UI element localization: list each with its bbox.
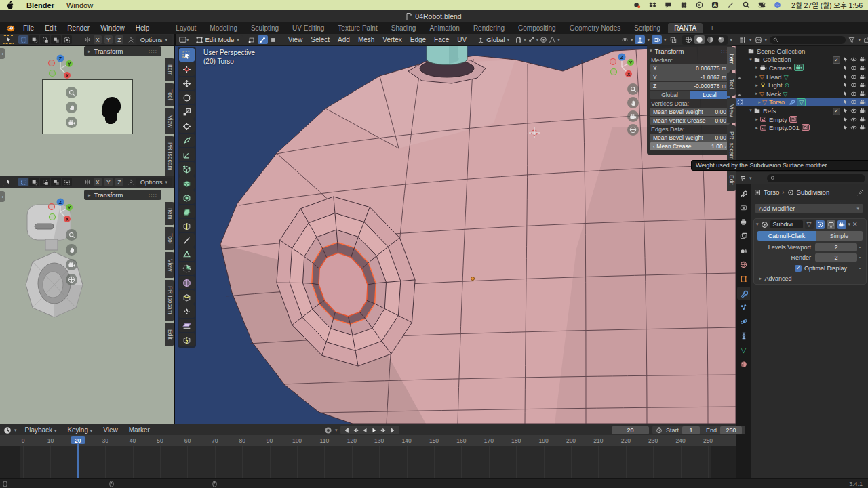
panel-title[interactable]: Transform — [655, 47, 684, 55]
transform-panel-collapsed[interactable]: ▸ Transform :::: — [84, 190, 161, 200]
advanced-label[interactable]: Advanced — [765, 275, 792, 282]
mirror-x-toggle[interactable]: X — [94, 35, 102, 44]
zoom-button[interactable] — [627, 83, 639, 95]
tool-tweak-select[interactable] — [179, 48, 195, 62]
dropbox-icon[interactable] — [648, 1, 656, 9]
tool-shear[interactable] — [179, 319, 195, 332]
modifier-extras-icon[interactable]: ▾ — [848, 222, 851, 227]
chevron-down-icon[interactable]: ▾ — [335, 428, 338, 433]
drag-handle-icon[interactable]: :::: — [149, 48, 157, 54]
tool-move[interactable] — [179, 77, 195, 90]
select-invert-icon[interactable] — [51, 178, 61, 186]
selectable-icon[interactable] — [842, 117, 848, 123]
macos-app-name[interactable]: Blender — [26, 1, 54, 9]
hide-eye-icon[interactable] — [850, 65, 857, 71]
object-visibility-icon[interactable] — [621, 36, 629, 43]
tool-inset-faces[interactable] — [179, 190, 195, 204]
solid-shading-icon[interactable] — [694, 35, 705, 44]
median-field-2[interactable]: Z-0.000378 m — [650, 82, 730, 90]
outliner-row-neck[interactable]: ▸▽Neck▽ — [736, 89, 868, 98]
play-back-button[interactable] — [361, 426, 370, 434]
material-shading-icon[interactable] — [705, 35, 715, 44]
render-visibility-icon[interactable] — [859, 91, 866, 97]
chevron-down-icon[interactable]: ▾ — [186, 37, 189, 43]
chevron-down-icon[interactable]: ▾ — [557, 37, 560, 43]
properties-tab-data[interactable]: ▽ — [737, 344, 750, 357]
tool-poly-build[interactable] — [179, 247, 195, 261]
object-name[interactable]: Head — [766, 73, 782, 81]
median-field-1[interactable]: Y-1.0867 m — [650, 73, 730, 81]
mean-crease-field[interactable]: ‹ Mean Crease 1.00 › — [650, 142, 730, 150]
chevron-down-icon[interactable]: ▾ — [536, 37, 539, 43]
decorator-dot-icon[interactable]: • — [857, 255, 863, 260]
outliner-row-empty[interactable]: ▸Empty — [736, 115, 868, 124]
chevron-down-icon[interactable]: ▾ — [858, 37, 861, 43]
decorator-dot-icon[interactable]: • — [857, 266, 863, 270]
workspace-tab-layout[interactable]: Layout — [170, 23, 202, 33]
sidebar-tab-tool[interactable]: Tool — [727, 73, 736, 96]
workspace-tab-geometry-nodes[interactable]: Geometry Nodes — [564, 23, 627, 33]
select-box-new-icon[interactable] — [18, 178, 28, 186]
tool-edge-slide[interactable] — [179, 290, 195, 304]
transform-panel-collapsed[interactable]: ▸ Transform :::: — [84, 46, 161, 56]
object-name[interactable]: Collection — [763, 56, 791, 63]
tool-scale[interactable] — [179, 105, 195, 119]
sidebar-tab-edit[interactable]: Edit — [727, 168, 736, 191]
outliner-row-light[interactable]: ▸Light⊙ — [736, 81, 868, 89]
decorator-dot-icon[interactable]: • — [857, 245, 863, 249]
chevron-down-icon[interactable]: ▾ — [631, 37, 633, 43]
hide-eye-icon[interactable] — [850, 117, 857, 123]
sidebar-tab-tool[interactable]: Tool — [165, 83, 174, 106]
jump-end-button[interactable] — [389, 426, 398, 434]
chevron-down-icon[interactable]: ▾ — [730, 37, 732, 43]
select-intersect-icon[interactable] — [62, 35, 72, 44]
timeline-tracks[interactable] — [0, 446, 736, 478]
next-key-button[interactable] — [380, 426, 389, 434]
stepper-left-icon[interactable]: ‹ — [653, 144, 654, 149]
gizmos-toggle-icon[interactable] — [635, 35, 645, 44]
snap-icon[interactable] — [125, 37, 134, 43]
outliner-row-camera[interactable]: ▸Camera — [736, 64, 868, 73]
object-name[interactable]: Refs — [763, 107, 776, 115]
timeline-ruler[interactable]: 0102030405060708090100110120130140150160… — [0, 435, 736, 447]
properties-tab-output[interactable] — [737, 216, 750, 228]
outliner-search[interactable] — [770, 36, 846, 44]
tool-rip-region[interactable] — [179, 333, 195, 346]
selectable-icon[interactable] — [842, 99, 848, 105]
chevron-down-icon[interactable]: ▾ — [14, 428, 17, 433]
editor-type-icon[interactable] — [739, 37, 747, 43]
tool-measure[interactable] — [179, 148, 195, 161]
selectable-icon[interactable] — [842, 82, 848, 88]
properties-tab-modifiers[interactable] — [737, 287, 750, 300]
active-tool-icon[interactable] — [0, 35, 14, 44]
viewport-menu-select[interactable]: Select — [307, 34, 334, 45]
render-visibility-icon[interactable] — [859, 117, 866, 123]
playhead-badge[interactable]: 20 — [71, 436, 85, 444]
median-field-0[interactable]: X0.006375 m — [650, 64, 730, 73]
camera-view-button[interactable] — [66, 259, 77, 270]
paw-app-icon[interactable] — [633, 1, 641, 9]
object-name[interactable]: Empty — [769, 116, 787, 123]
face-select-icon[interactable] — [269, 35, 279, 44]
siri-icon[interactable] — [773, 1, 781, 9]
ortho-grid-button[interactable] — [66, 274, 77, 285]
auto-key-button[interactable] — [324, 426, 332, 434]
select-extend-icon[interactable] — [29, 35, 39, 44]
topbar-menu-edit[interactable]: Edit — [39, 22, 62, 34]
stepper-right-icon[interactable]: › — [725, 144, 726, 149]
mirror-z-toggle[interactable]: Z — [115, 178, 123, 186]
mirror-z-toggle[interactable]: Z — [115, 35, 123, 44]
sidebar-tab-item[interactable]: Item — [165, 58, 174, 81]
sidebar-tab-view[interactable]: View — [727, 98, 736, 123]
expand-icon[interactable]: ▸ — [760, 276, 762, 281]
selectable-icon[interactable] — [842, 125, 848, 131]
viewport-menu-view[interactable]: View — [284, 34, 307, 45]
editor-type-icon[interactable] — [739, 175, 747, 182]
outliner-row-collection[interactable]: ▾Collection✓ — [736, 56, 868, 64]
viewport-menu-vertex[interactable]: Vertex — [378, 34, 406, 45]
overlays-toggle-icon[interactable] — [652, 35, 662, 44]
region-expand-icon[interactable]: ‹ — [0, 48, 5, 59]
edge-field-0[interactable]: Mean Bevel Weight0.00 — [650, 134, 730, 142]
sidebar-tab-view[interactable]: View — [165, 252, 174, 278]
xray-toggle-icon[interactable] — [668, 35, 678, 44]
